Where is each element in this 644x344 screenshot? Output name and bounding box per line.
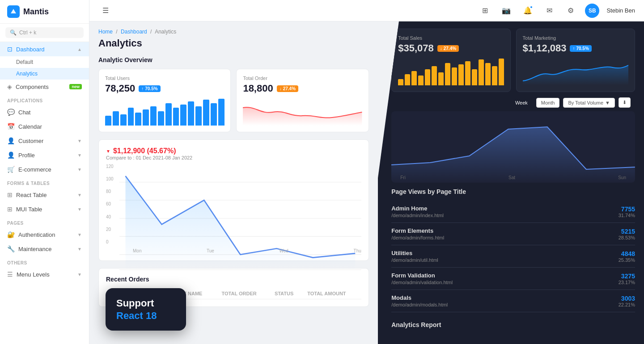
breadcrumb-analytics: Analytics <box>155 29 176 35</box>
col-total-order: TOTAL ORDER <box>218 288 271 299</box>
btn-week[interactable]: Week <box>510 98 533 108</box>
notification-dot <box>530 5 533 9</box>
sidebar-sub-analytics[interactable]: Analytics <box>0 68 89 80</box>
sidebar-item-menu-levels[interactable]: ☰ Menu Levels ▼ <box>0 267 89 281</box>
btn-download[interactable]: ⬇ <box>619 97 631 108</box>
sidebar-item-chat[interactable]: 💬 Chat <box>0 105 89 119</box>
pv-title-4: Modals <box>391 294 448 301</box>
sidebar-item-react-table[interactable]: ⊞ React Table ▼ <box>0 188 89 202</box>
card-sales-badge: ↓ 27.4% <box>437 45 459 52</box>
user-name: Stebin Ben <box>606 7 635 14</box>
btn-month[interactable]: Month <box>536 98 560 108</box>
chevron-down-icon8: ▼ <box>77 272 82 277</box>
hamburger-icon[interactable]: ☰ <box>98 4 113 18</box>
card-sales-value: $35,078 <box>398 42 434 54</box>
chevron-down-icon5: ▼ <box>77 207 82 212</box>
settings-icon[interactable]: ⚙ <box>564 4 578 18</box>
mail-icon[interactable]: ✉ <box>542 4 556 18</box>
dark-content: Total Sales $35,078 ↓ 27.4% <box>356 21 644 344</box>
income-overview-section: ▼ $1,12,900 (45.67%) Compare to : 01 Dec… <box>98 139 369 261</box>
pv-url-2: /demo/admin/util.html <box>391 257 438 263</box>
sales-bar-chart <box>398 59 504 85</box>
col-status: STATUS <box>271 288 304 299</box>
avatar[interactable]: SB <box>585 4 599 18</box>
auth-icon: 🔐 <box>7 231 15 238</box>
pv-count-0: 7755 <box>619 206 635 213</box>
chevron-down-icon6: ▼ <box>77 232 82 237</box>
notification-icon[interactable]: 🔔 <box>521 4 535 18</box>
sidebar-item-ecommerce[interactable]: 🛒 E-commerce ▼ <box>0 162 89 176</box>
section-pages: Pages <box>0 216 89 227</box>
search-box[interactable]: 🔍 Ctrl + k <box>5 27 84 38</box>
dark-chart-x-labels: Fri Sat Sun <box>391 175 635 180</box>
pv-count-4: 3003 <box>619 295 635 302</box>
sidebar-item-components[interactable]: ◈ Components new <box>0 80 89 94</box>
page-view-item-4: Modals /demo/admin/modals.html 3003 22.2… <box>391 290 635 312</box>
chevron-down-icon: ▼ <box>77 138 82 143</box>
pv-pct-3: 23.17% <box>619 280 635 285</box>
btn-by-volume[interactable]: By Total Volume ▼ <box>563 98 615 108</box>
ecommerce-label: E-commerce <box>18 166 51 173</box>
income-value: $1,12,900 (45.67%) <box>113 147 176 155</box>
card-orders-badge: ↓ 27.4% <box>277 85 298 92</box>
maintenance-label: Maintenance <box>18 246 51 252</box>
breadcrumb-dashboard[interactable]: Dashboard <box>121 29 147 35</box>
mui-table-label: MUI Table <box>16 206 42 213</box>
page-view-item-0: Admin Home /demo/admin/index.html 7755 3… <box>391 201 635 223</box>
chat-label: Chat <box>18 109 30 116</box>
topbar-right: ⊞ 📷 🔔 ✉ ⚙ SB Stebin Ben <box>478 4 635 18</box>
stat-card-sales: Total Sales $35,078 ↓ 27.4% <box>391 29 510 92</box>
content-area: Home / Dashboard / Analytics Analytics A… <box>89 21 644 344</box>
line-chart: 120 100 80 60 40 20 0 <box>106 164 361 253</box>
support-line2: React 18 <box>116 310 175 322</box>
marketing-area-chart <box>523 59 628 85</box>
sidebar-item-customer[interactable]: 👤 Customer ▼ <box>0 134 89 148</box>
support-popup[interactable]: Support React 18 <box>106 288 186 331</box>
page-view-item-3: Form Validation /demo/admin/validation.h… <box>391 268 635 290</box>
page-views-section: Page Views by Page Title Admin Home /dem… <box>391 188 635 312</box>
sidebar-item-dashboard[interactable]: ⊡ Dashboard ▲ <box>0 42 89 56</box>
sidebar-item-maintenance[interactable]: 🔧 Maintenance ▼ <box>0 242 89 256</box>
dark-area-chart: Fri Sat Sun <box>391 111 635 183</box>
pv-pct-1: 28.53% <box>619 235 635 240</box>
sidebar-sub-default[interactable]: Default <box>0 56 89 68</box>
stat-card-users: Total Users 78,250 ↑ 70.5% <box>98 69 231 132</box>
income-controls: Week Month By Total Volume ▼ ⬇ <box>391 97 635 108</box>
grid-icon[interactable]: ⊞ <box>478 4 492 18</box>
logo-icon <box>7 5 20 18</box>
camera-icon[interactable]: 📷 <box>499 4 513 18</box>
pv-title-1: Form Elements <box>391 227 444 234</box>
users-bar-chart <box>105 99 224 126</box>
components-icon: ◈ <box>7 83 12 90</box>
pv-title-3: Form Validation <box>391 272 453 279</box>
sidebar-logo: Mantis <box>0 0 89 24</box>
page-view-item-1: Form Elements /demo/admin/forms.html 521… <box>391 223 635 245</box>
sidebar-item-mui-table[interactable]: ⊞ MUI Table ▼ <box>0 202 89 216</box>
light-stat-cards: Total Users 78,250 ↑ 70.5% <box>98 69 369 132</box>
pv-count-1: 5215 <box>619 228 635 235</box>
calendar-label: Calendar <box>18 123 42 130</box>
section-others: Others <box>0 256 89 267</box>
search-placeholder: Ctrl + k <box>19 29 36 36</box>
income-compare: Compare to : 01 Dec 2021-08 Jan 2022 <box>106 155 192 160</box>
chevron-down-icon3: ▼ <box>77 167 82 172</box>
sidebar: Mantis 🔍 Ctrl + k ⊡ Dashboard ▲ Default … <box>0 0 89 344</box>
card-users-badge: ↑ 70.5% <box>139 85 160 92</box>
topbar: ☰ ⊞ 📷 🔔 ✉ ⚙ SB Stebin Ben <box>89 0 644 21</box>
sidebar-item-profile[interactable]: 👤 Profile ▼ <box>0 148 89 162</box>
sidebar-item-auth[interactable]: 🔐 Authentication ▼ <box>0 227 89 242</box>
page-views-title: Page Views by Page Title <box>391 188 635 195</box>
income-header: ▼ $1,12,900 (45.67%) Compare to : 01 Dec… <box>106 147 361 160</box>
pv-pct-0: 31.74% <box>619 213 635 218</box>
breadcrumb-home[interactable]: Home <box>98 29 113 35</box>
svg-marker-0 <box>11 9 16 13</box>
pv-count-2: 4848 <box>619 250 635 257</box>
menu-levels-icon: ☰ <box>7 271 13 278</box>
breadcrumb: Home / Dashboard / Analytics <box>98 29 369 35</box>
card-users-label: Total Users <box>105 76 224 81</box>
pv-title-0: Admin Home <box>391 205 444 212</box>
sidebar-item-calendar[interactable]: 📅 Calendar <box>0 119 89 134</box>
dark-stat-cards-row: Total Sales $35,078 ↓ 27.4% <box>391 29 635 92</box>
stat-card-orders: Total Order 18,800 ↓ 27.4% <box>236 69 369 132</box>
section-applications: Applications <box>0 94 89 105</box>
